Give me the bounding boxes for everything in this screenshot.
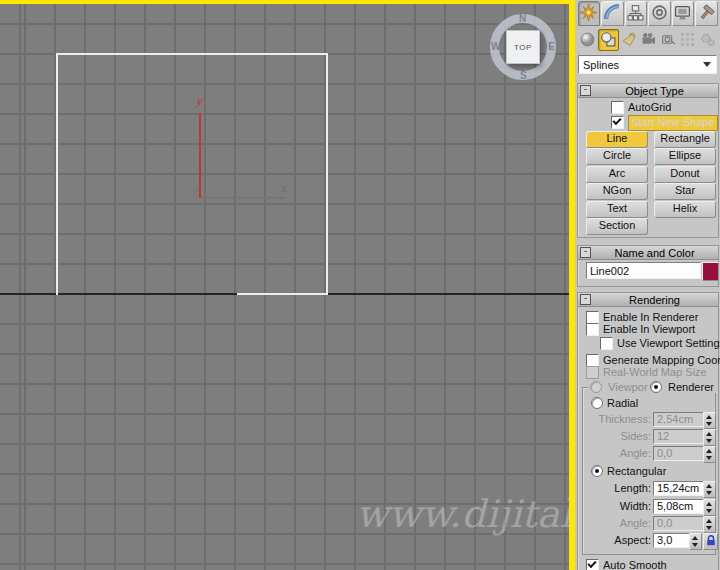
section-button[interactable]: Section: [586, 218, 648, 235]
angle-rect-field[interactable]: 0,0: [653, 516, 704, 531]
category-geometry[interactable]: [578, 29, 598, 51]
renderer-radio-wrap: Renderer: [648, 381, 716, 393]
renderer-radio[interactable]: [650, 381, 662, 393]
object-color-swatch[interactable]: [702, 262, 719, 281]
length-spinner[interactable]: [703, 481, 716, 498]
thickness-label: Thickness:: [578, 413, 651, 425]
rectangle-button[interactable]: Rectangle: [654, 131, 716, 148]
width-field[interactable]: 5,08cm: [653, 499, 704, 514]
rollout-rendering: - Rendering Enable In Renderer Enable In…: [577, 292, 719, 570]
text-button[interactable]: Text: [586, 201, 648, 218]
category-space-warps[interactable]: [678, 29, 698, 51]
tab-motion[interactable]: [648, 1, 671, 26]
use-viewport-settings-checkbox[interactable]: [600, 337, 613, 350]
chevron-down-icon: [703, 62, 711, 67]
width-spinner[interactable]: [703, 499, 716, 516]
viewport-radio-wrap: Viewport: [588, 381, 653, 393]
thickness-spinner[interactable]: [703, 412, 716, 429]
tab-hierarchy[interactable]: [625, 1, 648, 26]
display-icon: [674, 4, 691, 23]
viewcube-east[interactable]: E: [548, 41, 555, 52]
tab-modify[interactable]: [601, 1, 624, 26]
sides-field[interactable]: 12: [653, 429, 704, 444]
ellipse-button[interactable]: Ellipse: [654, 148, 716, 165]
command-panel-tabs: [577, 1, 718, 26]
rollout-header-rendering[interactable]: - Rendering: [578, 293, 718, 307]
viewcube-south[interactable]: S: [520, 70, 527, 81]
aspect-spinner[interactable]: [689, 533, 702, 550]
sides-label: Sides:: [578, 430, 651, 442]
sides-spinner[interactable]: [703, 429, 716, 446]
gizmo-z-label: z: [193, 182, 199, 195]
category-cameras[interactable]: [639, 29, 659, 51]
rectangle-spline[interactable]: [56, 53, 328, 295]
tab-create[interactable]: [578, 1, 601, 26]
auto-smooth-checkbox[interactable]: [586, 559, 599, 570]
motion-icon: [651, 4, 668, 23]
category-lights[interactable]: [619, 29, 639, 51]
autogrid-checkbox[interactable]: [611, 101, 624, 114]
length-label: Length:: [578, 482, 651, 494]
create-categories: [578, 29, 717, 51]
dropdown-value: Splines: [579, 59, 703, 71]
tab-display[interactable]: [672, 1, 695, 26]
star-button[interactable]: Star: [654, 183, 716, 200]
category-shapes[interactable]: [598, 29, 620, 51]
angle-radial-label: Angle:: [578, 447, 651, 459]
angle-radial-spinner[interactable]: [703, 446, 716, 463]
viewport-radio[interactable]: [590, 381, 602, 393]
use-viewport-settings-label: Use Viewport Settings: [617, 337, 720, 349]
autogrid-label: AutoGrid: [628, 101, 671, 113]
utilities-icon: [698, 4, 715, 23]
tab-utilities[interactable]: [695, 1, 718, 26]
start-new-shape-checkbox[interactable]: [611, 116, 624, 129]
modify-icon: [604, 4, 621, 23]
viewcube-west[interactable]: W: [491, 41, 500, 52]
start-new-shape-button[interactable]: Start New Shape: [628, 115, 718, 131]
top-viewport[interactable]: y x z N S W E TOP www.dijitalders: [0, 0, 575, 570]
collapse-icon[interactable]: -: [580, 294, 591, 305]
create-icon: [580, 4, 597, 23]
angle-rect-spinner[interactable]: [703, 516, 716, 533]
category-helpers[interactable]: [658, 29, 678, 51]
category-systems[interactable]: [697, 29, 717, 51]
radial-radio-label: Radial: [607, 397, 638, 409]
thickness-field[interactable]: 2,54cm: [653, 412, 704, 427]
watermark: www.dijitalders: [356, 492, 575, 554]
renderer-radio-label: Renderer: [668, 381, 714, 393]
gizmo-y-label: y: [196, 95, 202, 108]
auto-smooth-label: Auto Smooth: [603, 559, 667, 570]
arc-button[interactable]: Arc: [586, 166, 648, 183]
rollout-object-type: - Object Type AutoGrid Start New Shape L…: [577, 83, 719, 238]
systems-icon: [700, 32, 715, 49]
rectangular-radio[interactable]: [591, 465, 603, 477]
real-world-map-size-label: Real-World Map Size: [603, 366, 707, 378]
collapse-icon[interactable]: -: [580, 247, 591, 258]
cameras-icon: [641, 32, 656, 49]
object-name-input[interactable]: [586, 262, 701, 279]
viewcube-north[interactable]: N: [519, 13, 526, 24]
donut-button[interactable]: Donut: [654, 166, 716, 183]
circle-button[interactable]: Circle: [586, 148, 648, 165]
lights-icon: [621, 32, 636, 49]
ngon-button[interactable]: NGon: [586, 183, 648, 200]
viewcube-top-face[interactable]: TOP: [506, 30, 540, 64]
collapse-icon[interactable]: -: [580, 85, 591, 96]
rollout-header-object-type[interactable]: - Object Type: [578, 84, 718, 98]
real-world-map-size-checkbox[interactable]: [586, 366, 599, 379]
radial-radio[interactable]: [591, 397, 603, 409]
line-button[interactable]: Line: [586, 131, 648, 148]
aspect-label: Aspect:: [578, 534, 651, 546]
shape-category-dropdown[interactable]: Splines: [578, 55, 717, 74]
viewcube[interactable]: N S W E TOP: [488, 12, 558, 82]
aspect-field[interactable]: 3,0: [653, 533, 691, 548]
enable-in-viewport-checkbox[interactable]: [586, 323, 599, 336]
length-field[interactable]: 15,24cm: [653, 481, 704, 496]
aspect-lock-button[interactable]: [703, 533, 718, 550]
helix-button[interactable]: Helix: [654, 201, 716, 218]
rollout-header-name-color[interactable]: - Name and Color: [578, 246, 718, 260]
lock-icon: [706, 535, 716, 548]
hierarchy-icon: [627, 4, 644, 23]
angle-radial-field[interactable]: 0,0: [653, 446, 704, 461]
rectangular-radio-label: Rectangular: [607, 465, 666, 477]
